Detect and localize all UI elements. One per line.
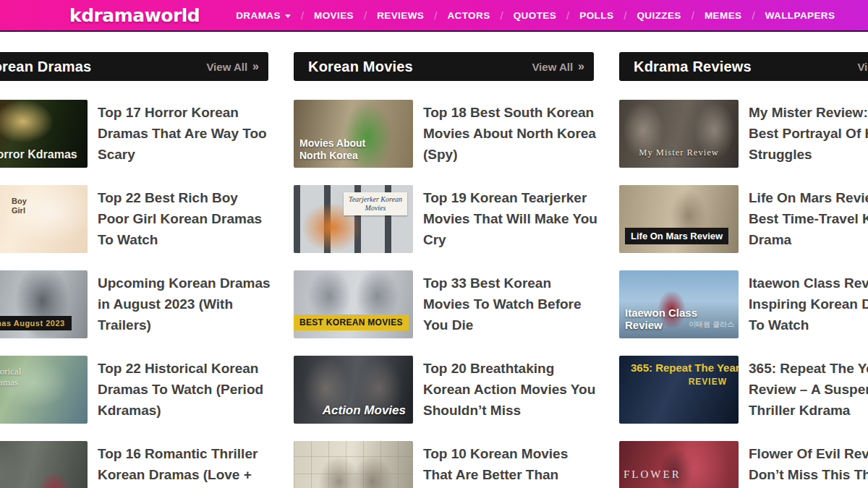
- article-list-item[interactable]: Kdramas August 2023Upcoming Korean Drama…: [0, 270, 268, 338]
- article-list-item[interactable]: Tearjerker Korean MoviesTop 19 Korean Te…: [294, 185, 594, 253]
- article-list-item[interactable]: Movies About North KoreaTop 18 Best Sout…: [294, 100, 594, 168]
- article-title[interactable]: 365: Repeat The Year Review – A Suspense…: [749, 356, 868, 424]
- nav-item-wallpapers[interactable]: WALLPAPERS: [765, 10, 835, 21]
- thumbnail-caption: Horror Kdramas: [0, 148, 77, 161]
- nav-item-label: POLLS: [579, 10, 613, 21]
- article-thumbnail[interactable]: My Mister Review: [619, 100, 739, 168]
- thumbnail-caption: Movies About North Korea: [299, 137, 380, 162]
- view-all-link[interactable]: View All»: [857, 60, 868, 73]
- article-list-item[interactable]: Top 16 Romantic Thriller Korean Dramas (…: [0, 441, 268, 488]
- view-all-link[interactable]: View All»: [206, 60, 259, 73]
- nav-separator: /: [301, 9, 304, 22]
- article-title[interactable]: Top 22 Best Rich Boy Poor Girl Korean Dr…: [98, 185, 273, 253]
- nav-item-movies[interactable]: MOVIES: [314, 10, 354, 21]
- nav-separator: /: [692, 9, 694, 22]
- article-thumbnail[interactable]: Movies About North Korea: [294, 100, 413, 168]
- article-title[interactable]: Top 33 Best Korean Movies To Watch Befor…: [423, 270, 598, 338]
- view-all-label: View All: [857, 61, 868, 73]
- article-title[interactable]: Top 18 Best South Korean Movies About No…: [423, 100, 598, 168]
- article-title[interactable]: Top 10 Korean Movies That Are Better Tha…: [423, 441, 598, 488]
- article-title[interactable]: My Mister Review: The Best Portrayal Of …: [749, 100, 868, 168]
- thumbnail-caption: BEST KOREAN MOVIES: [294, 314, 409, 330]
- section-title: Korean Dramas: [0, 59, 91, 75]
- thumbnail-caption: Boy Girl: [12, 197, 36, 215]
- nav-item-label: QUOTES: [514, 10, 556, 21]
- thumbnail-caption: Life On Mars Review: [625, 228, 728, 244]
- nav-item-label: MEMES: [705, 10, 742, 21]
- article-thumbnail[interactable]: Life On Mars Review: [619, 185, 739, 253]
- double-chevron-right-icon: »: [252, 60, 259, 73]
- nav-item-quizzes[interactable]: QUIZZES: [637, 10, 681, 21]
- article-thumbnail[interactable]: [294, 441, 413, 488]
- main-content: Korean DramasView All»Horror KdramasTop …: [0, 32, 868, 488]
- thumbnail-caption: FLOWER: [624, 468, 681, 481]
- view-all-label: View All: [532, 61, 573, 73]
- view-all-link[interactable]: View All»: [532, 60, 584, 73]
- nav-item-memes[interactable]: MEMES: [705, 10, 742, 21]
- article-list-item[interactable]: Historical KdramasTop 22 Historical Kore…: [0, 356, 268, 424]
- double-chevron-right-icon: »: [578, 60, 584, 73]
- article-thumbnail[interactable]: Boy Girl: [0, 185, 88, 253]
- article-list-item[interactable]: Horror KdramasTop 17 Horror Korean Drama…: [0, 100, 268, 168]
- article-thumbnail[interactable]: Kdramas August 2023: [0, 270, 88, 338]
- nav-item-reviews[interactable]: REVIEWS: [377, 10, 424, 21]
- article-title[interactable]: Flower Of Evil Review: Don’t Miss This T…: [749, 441, 868, 488]
- article-title[interactable]: Itaewon Class Review: An Inspiring Korea…: [749, 270, 868, 338]
- article-thumbnail[interactable]: BEST KOREAN MOVIES: [294, 270, 413, 338]
- nav-item-label: MOVIES: [314, 10, 354, 21]
- article-thumbnail[interactable]: Historical Kdramas: [0, 356, 88, 424]
- section-header-bar: Korean MoviesView All»: [294, 52, 594, 81]
- article-title[interactable]: Top 20 Breathtaking Korean Action Movies…: [423, 356, 598, 424]
- article-list-item[interactable]: My Mister ReviewMy Mister Review: The Be…: [619, 100, 868, 168]
- nav-item-label: REVIEWS: [377, 10, 424, 21]
- article-title[interactable]: Top 22 Historical Korean Dramas To Watch…: [98, 356, 273, 424]
- article-thumbnail[interactable]: Itaewon Class Review이태원 클라스: [619, 270, 739, 338]
- thumbnail-caption: My Mister Review: [639, 147, 718, 158]
- article-thumbnail[interactable]: [0, 441, 88, 488]
- nav-separator: /: [752, 9, 754, 22]
- section-header-bar: Korean DramasView All»: [0, 52, 268, 81]
- nav-item-actors[interactable]: ACTORS: [447, 10, 490, 21]
- article-thumbnail[interactable]: Action Movies: [294, 356, 413, 424]
- chevron-down-icon: [285, 14, 291, 18]
- nav-item-dramas[interactable]: DRAMAS: [236, 10, 291, 21]
- article-list-item[interactable]: Action MoviesTop 20 Breathtaking Korean …: [294, 356, 594, 424]
- nav-item-label: DRAMAS: [236, 10, 281, 21]
- main-nav: DRAMAS/MOVIES/REVIEWS/ACTORS/QUOTES/POLL…: [236, 9, 835, 22]
- site-logo[interactable]: kdramaworld: [69, 7, 200, 25]
- article-thumbnail[interactable]: Tearjerker Korean Movies: [294, 185, 413, 253]
- site-header: kdramaworld DRAMAS/MOVIES/REVIEWS/ACTORS…: [0, 0, 868, 32]
- article-thumbnail[interactable]: Horror Kdramas: [0, 100, 88, 168]
- nav-separator: /: [566, 9, 569, 22]
- article-title[interactable]: Top 16 Romantic Thriller Korean Dramas (…: [98, 441, 273, 488]
- article-list-item[interactable]: 365: Repeat The YearREVIEW365: Repeat Th…: [619, 356, 868, 424]
- thumbnail-caption: Action Movies: [323, 403, 406, 418]
- thumbnail-caption: Kdramas August 2023: [0, 316, 72, 330]
- nav-item-polls[interactable]: POLLS: [579, 10, 613, 21]
- section-columns: Korean DramasView All»Horror KdramasTop …: [0, 52, 868, 488]
- section-korean-movies: Korean MoviesView All»Movies About North…: [294, 52, 594, 488]
- section-title: Korean Movies: [308, 59, 413, 75]
- section-title: Kdrama Reviews: [634, 59, 752, 75]
- article-thumbnail[interactable]: FLOWER: [619, 441, 739, 488]
- article-thumbnail[interactable]: 365: Repeat The YearREVIEW: [619, 356, 739, 424]
- article-list-item[interactable]: Boy GirlTop 22 Best Rich Boy Poor Girl K…: [0, 185, 268, 253]
- article-list-item[interactable]: BEST KOREAN MOVIESTop 33 Best Korean Mov…: [294, 270, 594, 338]
- view-all-label: View All: [206, 61, 247, 73]
- thumbnail-caption-secondary: 이태원 클라스: [689, 320, 734, 330]
- article-list-item[interactable]: Top 10 Korean Movies That Are Better Tha…: [294, 441, 594, 488]
- article-title[interactable]: Life On Mars Review: The Best Time-Trave…: [749, 185, 868, 253]
- section-kdrama-reviews: Kdrama ReviewsView All»My Mister ReviewM…: [619, 52, 868, 488]
- article-list-item[interactable]: FLOWERFlower Of Evil Review: Don’t Miss …: [619, 441, 868, 488]
- article-title[interactable]: Upcoming Korean Dramas in August 2023 (W…: [98, 270, 273, 338]
- thumbnail-caption-secondary: REVIEW: [689, 377, 727, 387]
- thumbnail-caption: Tearjerker Korean Movies: [344, 192, 407, 215]
- article-title[interactable]: Top 17 Horror Korean Dramas That Are Way…: [98, 100, 273, 168]
- article-list-item[interactable]: Life On Mars ReviewLife On Mars Review: …: [619, 185, 868, 253]
- thumbnail-caption: 365: Repeat The Year: [631, 361, 739, 374]
- article-list-item[interactable]: Itaewon Class Review이태원 클라스Itaewon Class…: [619, 270, 868, 338]
- nav-item-quotes[interactable]: QUOTES: [514, 10, 556, 21]
- article-title[interactable]: Top 19 Korean Tearjerker Movies That Wil…: [423, 185, 598, 253]
- section-header-bar: Kdrama ReviewsView All»: [619, 52, 868, 81]
- nav-item-label: ACTORS: [447, 10, 490, 21]
